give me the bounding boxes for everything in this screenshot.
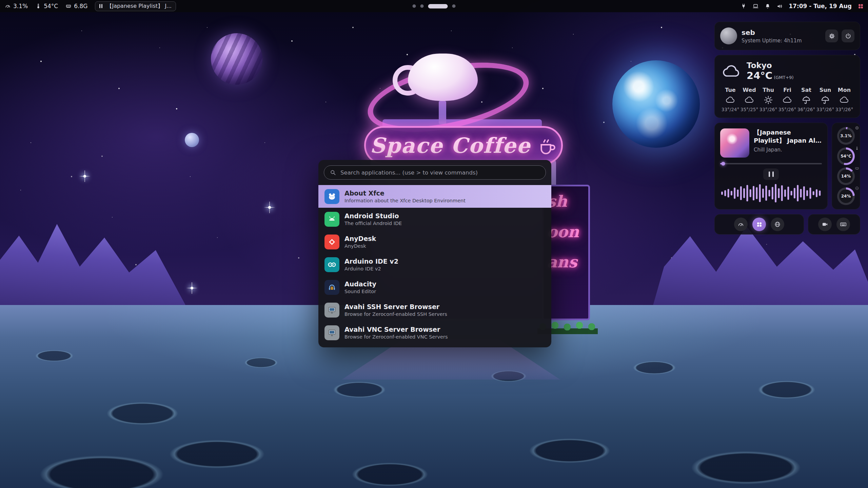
quick-actions-right [808, 214, 860, 235]
forecast-day: Tue 33°/24° [722, 87, 739, 112]
app-desc: Browse for Zeroconf-enabled SSH Servers [344, 311, 447, 317]
launcher-app-row[interactable]: AudacitySound Editor [318, 276, 551, 299]
android-studio-icon [324, 212, 339, 227]
sun-icon [763, 95, 773, 105]
launcher-app-row[interactable]: AnyDeskAnyDesk [318, 230, 551, 253]
neon-cup-icon [536, 135, 557, 156]
cpu-icon [855, 126, 859, 130]
memory-value: 6.8G [74, 3, 87, 9]
workspace-dot[interactable] [420, 4, 424, 8]
app-name: Avahi VNC Server Browser [344, 326, 448, 334]
app-name: About Xfce [344, 189, 466, 198]
forecast-temps: 35°/26° [778, 107, 796, 112]
search-bar[interactable] [324, 165, 546, 180]
disk-icon [855, 186, 859, 190]
memory-stat: 14% [832, 167, 860, 185]
profile-card: seb System Uptime: 4h11m [714, 22, 860, 50]
temp-metric: 54°C [35, 3, 58, 9]
quick-actions-left [714, 214, 804, 235]
keyboard-button[interactable] [836, 218, 850, 231]
settings-button[interactable] [825, 29, 838, 42]
anydesk-icon [324, 235, 339, 249]
forecast-day: Thu 33°/26° [760, 87, 777, 112]
seek-bar[interactable] [720, 163, 822, 164]
launcher-app-row[interactable]: About XfceInformation about the Xfce Des… [318, 185, 551, 208]
weather-temp: 24°C [747, 70, 772, 81]
sign-text: Space Coffee [370, 133, 531, 158]
performance-button[interactable] [734, 218, 748, 231]
forecast-day: Mon 33°/26° [835, 87, 853, 112]
power-button[interactable] [842, 29, 854, 42]
search-input[interactable] [340, 169, 540, 176]
uptime-text: System Uptime: 4h11m [742, 38, 802, 44]
space-coffee-sign: Space Coffee [364, 126, 563, 165]
apps-grid-icon[interactable] [857, 3, 864, 9]
widgets-button[interactable] [752, 218, 766, 231]
coffee-cup [408, 54, 478, 101]
display-icon[interactable] [752, 3, 759, 9]
track-subtitle: Chill Japan. [754, 147, 822, 153]
username: seb [742, 28, 802, 37]
forecast-temps: 35°/25° [741, 107, 758, 112]
pause-icon [99, 3, 103, 9]
forecast-day-label: Thu [763, 87, 774, 93]
audio-visualizer [720, 183, 822, 204]
plug-icon[interactable] [741, 3, 747, 9]
forecast-day-label: Mon [838, 87, 851, 93]
now-playing-text: 【Japanese Playlist】 J... [106, 3, 172, 10]
umbrella-icon [820, 95, 830, 105]
forecast-day: Wed 35°/25° [741, 87, 758, 112]
workspace-active[interactable] [428, 4, 448, 8]
launcher-app-row[interactable]: Avahi VNC Server BrowserBrowse for Zeroc… [318, 321, 551, 344]
launcher-app-row[interactable]: Android StudioThe official Android IDE [318, 208, 551, 230]
pause-button[interactable] [763, 168, 779, 180]
app-name: Android Studio [344, 212, 402, 220]
memory-stat-value: 14% [841, 174, 851, 179]
app-desc: AnyDesk [344, 243, 376, 249]
speedometer-icon [737, 221, 744, 228]
cloud-icon [722, 62, 741, 81]
app-name: Audacity [344, 280, 376, 288]
thermometer-icon [35, 3, 41, 9]
notifications-icon[interactable] [765, 3, 771, 9]
forecast-day: Sat 36°/26° [797, 87, 815, 112]
app-desc: Sound Editor [344, 289, 376, 294]
cpu-metric: 3.1% [5, 3, 28, 9]
ram-icon [65, 3, 72, 9]
avatar[interactable] [720, 27, 737, 44]
temp-value: 54°C [44, 3, 58, 9]
workspace-dot[interactable] [413, 4, 416, 8]
cpu-stat: 3.1% [832, 127, 860, 145]
disk-stat: 24% [832, 187, 860, 205]
forecast-temps: 33°/26° [816, 107, 834, 112]
app-launcher: About XfceInformation about the Xfce Des… [318, 160, 551, 347]
app-name: AnyDesk [344, 235, 376, 243]
memory-metric: 6.8G [65, 3, 87, 9]
network-button[interactable] [771, 218, 784, 231]
grid-icon [756, 221, 763, 228]
disk-stat-value: 24% [841, 194, 851, 199]
forecast-day-label: Wed [743, 87, 756, 93]
launcher-app-row[interactable]: Arduino IDE v2Arduino IDE v2 [318, 253, 551, 276]
screen-record-button[interactable] [818, 218, 832, 231]
clock[interactable]: 17:09 - Tue, 19 Aug [789, 3, 852, 9]
forecast-day-label: Sun [820, 87, 831, 93]
memory-icon [855, 166, 859, 170]
album-art [720, 128, 749, 158]
widgets-panel: seb System Uptime: 4h11m Tokyo 24°C(GMT+… [714, 22, 860, 235]
avahi-vnc-icon [324, 325, 339, 340]
weather-timezone: (GMT+9) [774, 75, 794, 80]
now-playing-chip[interactable]: 【Japanese Playlist】 J... [95, 1, 176, 11]
cloud-icon [744, 95, 754, 105]
forecast-temps: 33°/26° [835, 107, 853, 112]
volume-icon[interactable] [776, 3, 783, 9]
launcher-app-row[interactable]: Avahi SSH Server BrowserBrowse for Zeroc… [318, 299, 551, 321]
app-desc: Arduino IDE v2 [344, 266, 398, 271]
workspace-dot[interactable] [452, 4, 456, 8]
forecast-temps: 36°/26° [797, 107, 815, 112]
search-icon [330, 169, 336, 176]
seek-knob[interactable] [722, 162, 725, 166]
power-icon [845, 33, 852, 40]
track-title: 【Japanese Playlist】 Japan All Night - To… [754, 128, 822, 144]
app-name: Avahi SSH Server Browser [344, 303, 447, 311]
